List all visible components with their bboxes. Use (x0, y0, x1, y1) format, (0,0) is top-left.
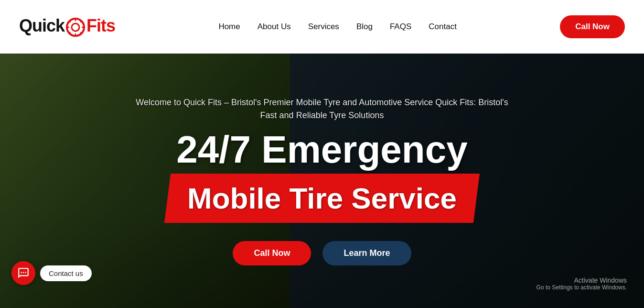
hero-title-main: 24/7 Emergency (136, 131, 508, 169)
hero-section: Welcome to Quick Fits – Bristol's Premie… (0, 54, 644, 308)
nav-link-faqs[interactable]: FAQS (390, 22, 411, 31)
hero-call-button[interactable]: Call Now (233, 241, 311, 265)
hero-learn-button[interactable]: Learn More (322, 241, 411, 265)
svg-point-12 (25, 272, 26, 274)
hero-title-banner-text: Mobile Tire Service (187, 182, 457, 215)
chat-button-group: Contact us (11, 261, 92, 285)
nav-item-services[interactable]: Services (308, 22, 339, 32)
chat-circle-button[interactable] (11, 261, 35, 285)
logo[interactable]: Quick Fits (19, 16, 115, 37)
chat-icon (17, 267, 30, 279)
hero-buttons: Call Now Learn More (136, 241, 508, 265)
nav-item-blog[interactable]: Blog (356, 22, 373, 32)
svg-point-1 (72, 23, 79, 31)
nav-item-home[interactable]: Home (218, 22, 240, 32)
nav-item-about[interactable]: About Us (258, 22, 291, 32)
nav-link-blog[interactable]: Blog (356, 22, 373, 31)
logo-text: Quick Fits (19, 16, 115, 37)
svg-point-10 (21, 272, 22, 274)
nav-link-contact[interactable]: Contact (429, 22, 457, 31)
chat-label[interactable]: Contact us (40, 265, 92, 281)
nav-links: Home About Us Services Blog FAQS Contact (218, 22, 456, 32)
svg-point-11 (23, 272, 24, 274)
navbar: Quick Fits Home About Us Services (0, 0, 644, 54)
nav-link-about[interactable]: About Us (258, 22, 291, 31)
nav-link-services[interactable]: Services (308, 22, 339, 31)
hero-title-banner: Mobile Tire Service (164, 174, 480, 223)
nav-item-faqs[interactable]: FAQS (390, 22, 411, 32)
hero-subtitle: Welcome to Quick Fits – Bristol's Premie… (136, 96, 508, 122)
tire-icon (65, 17, 86, 37)
nav-item-contact[interactable]: Contact (429, 22, 457, 32)
nav-link-home[interactable]: Home (218, 22, 240, 31)
hero-content: Welcome to Quick Fits – Bristol's Premie… (107, 96, 537, 265)
call-now-button[interactable]: Call Now (560, 15, 625, 38)
